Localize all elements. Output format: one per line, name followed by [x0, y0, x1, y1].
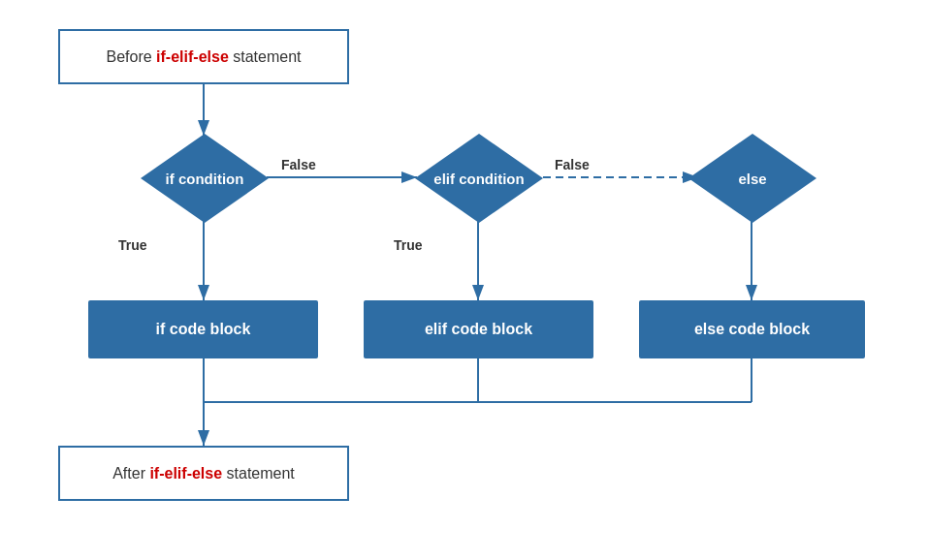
if-code-block: if code block — [88, 300, 318, 358]
if-condition-label: if condition — [166, 171, 244, 187]
true-label-2: True — [394, 237, 423, 253]
before-label: Before if-elif-else statement — [107, 48, 302, 66]
elif-condition-diamond: elif condition — [415, 134, 543, 223]
if-condition-diamond: if condition — [141, 134, 269, 223]
after-statement-box: After if-elif-else statement — [58, 446, 349, 501]
else-code-block: else code block — [639, 300, 865, 358]
true-label-1: True — [118, 237, 147, 253]
elif-condition-label: elif condition — [433, 171, 524, 187]
after-label: After if-elif-else statement — [112, 465, 295, 482]
false-label-2: False — [555, 157, 590, 172]
false-label-1: False — [281, 157, 316, 172]
before-statement-box: Before if-elif-else statement — [58, 29, 349, 84]
else-diamond: else — [688, 134, 816, 223]
else-label: else — [738, 171, 766, 187]
flowchart-diagram: Before if-elif-else statement if conditi… — [0, 0, 928, 560]
elif-code-block: elif code block — [364, 300, 593, 358]
